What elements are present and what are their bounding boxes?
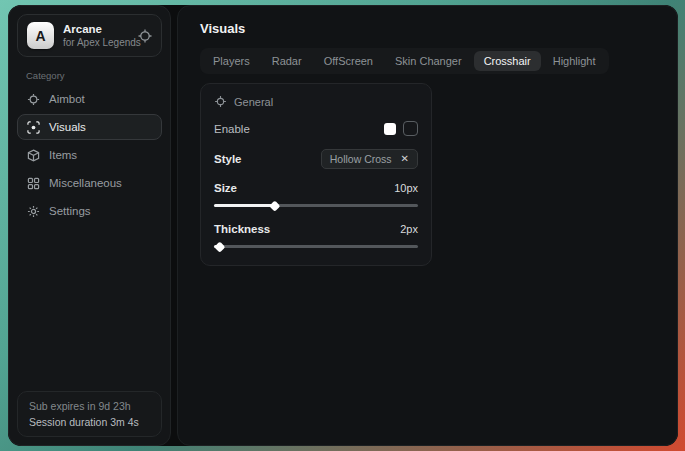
style-row: Style Hollow Cross ✕ — [214, 149, 418, 169]
category-label: Category — [26, 70, 170, 81]
thickness-label: Thickness — [214, 223, 270, 235]
sidebar-item-settings[interactable]: Settings — [17, 198, 162, 224]
thickness-row: Thickness 2px — [214, 223, 418, 235]
sidebar-item-label: Items — [49, 149, 77, 161]
enable-label: Enable — [214, 123, 250, 135]
app-window: A Arcane for Apex Legends Category — [8, 5, 678, 446]
sidebar: A Arcane for Apex Legends Category — [8, 5, 171, 446]
tab-offscreen[interactable]: OffScreen — [314, 51, 383, 71]
color-swatch[interactable] — [384, 123, 396, 135]
eye-scan-icon — [27, 121, 40, 134]
style-value: Hollow Cross — [330, 153, 392, 165]
slider-thumb[interactable] — [215, 241, 226, 252]
tab-radar[interactable]: Radar — [262, 51, 312, 71]
enable-checkbox[interactable] — [403, 121, 418, 136]
sidebar-item-label: Miscellaneous — [49, 177, 122, 189]
page-title: Visuals — [178, 6, 677, 36]
sidebar-item-label: Visuals — [49, 121, 86, 133]
sidebar-spacer — [9, 224, 170, 383]
panel-title: General — [234, 96, 273, 108]
app-subtitle: for Apex Legends — [63, 37, 129, 48]
slider-thumb[interactable] — [270, 200, 281, 211]
gear-icon — [27, 205, 40, 218]
sidebar-item-label: Aimbot — [49, 93, 85, 105]
size-row: Size 10px — [214, 182, 418, 194]
app-titles: Arcane for Apex Legends — [63, 23, 129, 48]
sidebar-item-items[interactable]: Items — [17, 142, 162, 168]
main-content: Visuals Players Radar OffScreen Skin Cha… — [177, 5, 678, 446]
slider-track — [214, 245, 418, 248]
style-select-chip[interactable]: Hollow Cross ✕ — [321, 149, 418, 169]
grid-icon — [27, 177, 40, 190]
app-logo: A — [27, 22, 54, 49]
sidebar-nav: Aimbot Visuals — [9, 86, 170, 224]
tab-bar: Players Radar OffScreen Skin Changer Cro… — [200, 48, 609, 74]
crosshair-icon — [27, 93, 40, 106]
sidebar-item-aimbot[interactable]: Aimbot — [17, 86, 162, 112]
sidebar-item-label: Settings — [49, 205, 91, 217]
size-value: 10px — [394, 182, 418, 194]
tab-highlight[interactable]: Highlight — [543, 51, 606, 71]
subscription-status-card: Sub expires in 9d 23h Session duration 3… — [17, 391, 162, 437]
slider-fill — [214, 204, 275, 208]
tab-skin-changer[interactable]: Skin Changer — [385, 51, 472, 71]
sidebar-item-miscellaneous[interactable]: Miscellaneous — [17, 170, 162, 196]
enable-controls — [384, 121, 418, 136]
tab-crosshair[interactable]: Crosshair — [474, 51, 541, 71]
sub-expires-text: Sub expires in 9d 23h — [29, 400, 150, 412]
tab-players[interactable]: Players — [203, 51, 260, 71]
thickness-slider[interactable] — [214, 242, 418, 251]
enable-row: Enable — [214, 121, 418, 136]
style-label: Style — [214, 153, 242, 165]
target-icon[interactable] — [138, 29, 152, 43]
sidebar-item-visuals[interactable]: Visuals — [17, 114, 162, 140]
thickness-value: 2px — [400, 223, 418, 235]
box-icon — [27, 149, 40, 162]
app-header-card: A Arcane for Apex Legends — [17, 14, 162, 57]
panel-header: General — [214, 95, 418, 108]
close-icon[interactable]: ✕ — [401, 154, 409, 164]
app-name: Arcane — [63, 23, 129, 35]
size-slider[interactable] — [214, 201, 418, 210]
general-crosshair-icon — [214, 95, 227, 108]
session-duration-text: Session duration 3m 4s — [29, 416, 150, 428]
general-panel: General Enable Style Hollow Cross ✕ — [200, 83, 432, 266]
size-label: Size — [214, 182, 237, 194]
